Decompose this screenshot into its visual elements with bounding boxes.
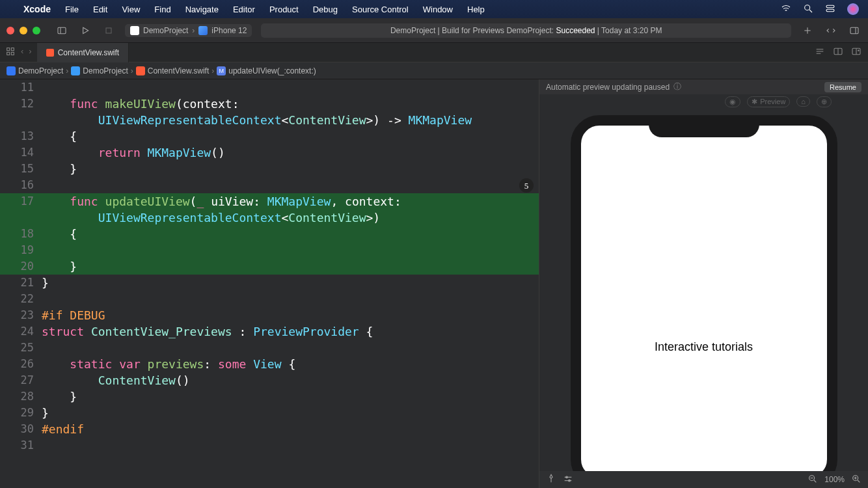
svg-line-32 <box>814 480 816 482</box>
code-type: ContentView <box>288 113 366 127</box>
editor-options-icon[interactable] <box>815 46 825 59</box>
run-button[interactable] <box>78 23 92 38</box>
device-icon <box>198 26 208 35</box>
menubar-item[interactable]: Source Control <box>352 5 409 14</box>
close-window-button[interactable] <box>7 27 14 34</box>
device-notch <box>649 119 759 137</box>
minimize-window-button[interactable] <box>20 27 27 34</box>
bc-folder[interactable]: DemoProject <box>83 66 128 75</box>
status-time: | Today at 3:20 PM <box>595 26 662 35</box>
related-items-icon[interactable] <box>5 46 16 59</box>
code-type: View <box>253 357 281 371</box>
info-icon[interactable]: ⓘ <box>673 81 681 92</box>
device-settings-icon: ⌂ <box>796 96 810 107</box>
code-type: MKMapView <box>148 146 211 159</box>
bc-file[interactable]: ContentView.swift <box>148 66 210 75</box>
code-type: ContentView <box>98 373 176 387</box>
siri-icon[interactable] <box>847 3 859 15</box>
menubar-item[interactable]: Edit <box>93 5 107 14</box>
editor-tabbar: ‹ › ContentView.swift <box>0 43 868 62</box>
method-icon: M <box>217 66 226 75</box>
nav-back-icon[interactable]: ‹ <box>21 46 23 59</box>
preview-status-text: Automatic preview updating paused <box>546 83 670 92</box>
code-type: ContentView_Previews <box>91 325 232 338</box>
wifi-icon[interactable] <box>781 3 791 16</box>
toggle-inspector-icon[interactable] <box>847 23 861 38</box>
svg-point-0 <box>805 5 810 10</box>
scheme-project: DemoProject <box>143 26 188 35</box>
svg-line-1 <box>809 10 812 12</box>
zoom-level[interactable]: 100% <box>824 475 845 484</box>
canvas-preview: Automatic preview updating paused ⓘ Resu… <box>539 79 868 488</box>
code-type: PreviewProvider <box>253 325 359 338</box>
file-tab-label: ContentView.swift <box>58 48 120 57</box>
svg-rect-10 <box>850 27 858 33</box>
code-directive: #if DEBUG <box>42 308 105 322</box>
file-tab[interactable]: ContentView.swift <box>37 43 129 62</box>
jump-bar[interactable]: DemoProject › DemoProject › ContentView.… <box>0 62 868 79</box>
macos-menubar: Xcode File Edit View Find Navigate Edito… <box>0 0 868 18</box>
svg-rect-4 <box>58 27 66 33</box>
spotlight-icon[interactable] <box>803 3 813 16</box>
preview-status-bar: Automatic preview updating paused ⓘ Resu… <box>539 79 868 94</box>
svg-rect-13 <box>11 48 14 51</box>
menubar-item[interactable]: Navigate <box>185 5 219 14</box>
control-center-icon[interactable] <box>825 3 835 16</box>
status-prefix: DemoProject | Build for Previews DemoPro… <box>390 26 556 35</box>
issue-badge[interactable]: 5 <box>519 178 534 193</box>
code-kw: return <box>98 146 148 159</box>
code-type: ContentView <box>288 211 366 224</box>
svg-line-36 <box>858 480 860 482</box>
menubar-item[interactable]: Editor <box>233 5 255 14</box>
live-preview-icon: ◉ <box>725 96 740 107</box>
svg-rect-2 <box>826 5 834 7</box>
status-result: Succeeded <box>556 26 595 35</box>
scheme-device: iPhone 12 <box>211 26 247 35</box>
library-icon[interactable] <box>824 23 838 38</box>
preview-content-text: Interactive tutorials <box>655 340 753 354</box>
swift-file-icon <box>46 49 54 57</box>
zoom-in-icon[interactable] <box>851 474 861 486</box>
menubar-app[interactable]: Xcode <box>23 4 51 14</box>
code-fn: updateUIView <box>105 195 190 208</box>
adjust-editor-icon[interactable] <box>833 46 843 59</box>
menubar-item[interactable]: File <box>65 5 79 14</box>
stop-button[interactable] <box>102 23 116 38</box>
folder-icon <box>71 66 80 75</box>
zoom-out-icon[interactable] <box>807 474 818 486</box>
code-type: MKMapView <box>267 195 331 208</box>
menubar-item[interactable]: Product <box>269 5 299 14</box>
preview-settings-icon[interactable] <box>563 474 573 486</box>
menubar-item[interactable]: View <box>122 5 140 14</box>
code-type: UIViewRepresentableContext <box>98 211 282 224</box>
menubar-item[interactable]: Window <box>423 5 453 14</box>
scheme-selector[interactable]: DemoProject › iPhone 12 <box>125 24 252 37</box>
project-icon <box>7 66 16 75</box>
swift-file-icon <box>136 66 145 75</box>
bc-symbol[interactable]: updateUIView(_:context:) <box>228 66 316 75</box>
add-editor-icon[interactable] <box>851 46 861 59</box>
zoom-window-button[interactable] <box>33 27 40 34</box>
duplicate-preview-icon: ⊕ <box>817 96 832 107</box>
resume-button[interactable]: Resume <box>824 82 861 92</box>
menubar-item[interactable]: Debug <box>313 5 338 14</box>
nav-forward-icon[interactable]: › <box>29 46 31 59</box>
activity-status: DemoProject | Build for Previews DemoPro… <box>261 23 791 38</box>
device-frame: Interactive tutorials <box>571 115 837 488</box>
xcode-toolbar: DemoProject › iPhone 12 DemoProject | Bu… <box>0 18 868 43</box>
main-split: 11 12 func makeUIView(context: UIViewRep… <box>0 79 868 488</box>
pin-preview-icon[interactable] <box>546 474 556 486</box>
svg-rect-7 <box>106 28 111 33</box>
toggle-navigator-icon[interactable] <box>55 23 69 38</box>
source-editor[interactable]: 11 12 func makeUIView(context: UIViewRep… <box>0 79 539 488</box>
code-type: UIViewRepresentableContext <box>98 113 282 127</box>
menubar-item[interactable]: Find <box>154 5 170 14</box>
svg-rect-14 <box>7 52 10 55</box>
bc-project[interactable]: DemoProject <box>18 66 63 75</box>
preview-pill: ✱ Preview <box>747 96 790 107</box>
menubar-item[interactable]: Help <box>467 5 485 14</box>
code-directive: #endif <box>42 422 84 436</box>
add-icon[interactable] <box>800 23 815 38</box>
svg-rect-3 <box>826 9 834 11</box>
scheme-app-icon <box>130 26 139 35</box>
